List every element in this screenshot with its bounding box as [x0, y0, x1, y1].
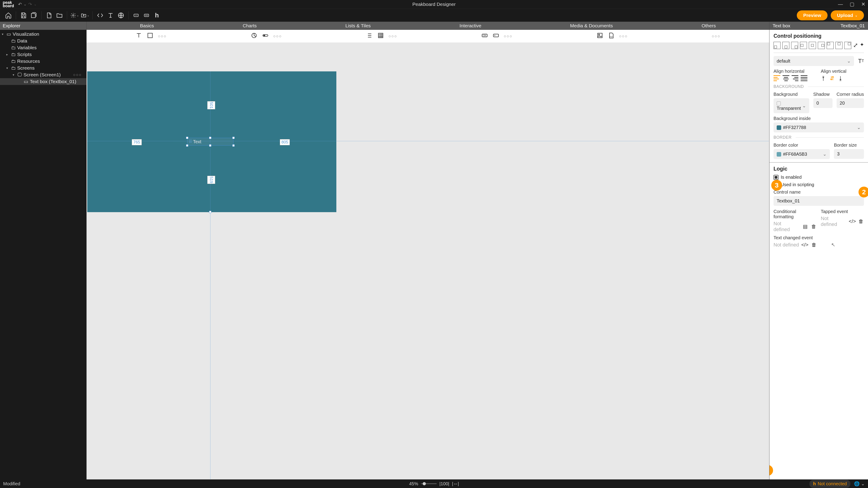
tree-screens[interactable]: ▾🗀Screens	[0, 65, 86, 71]
pos-br[interactable]	[844, 42, 851, 49]
code-icon[interactable]: </>	[802, 242, 808, 248]
app-logo: peakboard	[3, 1, 14, 8]
pos-bl[interactable]	[827, 42, 834, 49]
deploy-icon[interactable]: ⌄	[81, 11, 89, 20]
fit-screen-icon[interactable]: |↔|	[452, 481, 459, 486]
badge1-icon[interactable]	[132, 11, 141, 20]
pos-bc[interactable]	[835, 42, 842, 49]
globe-icon[interactable]	[117, 11, 125, 20]
home-icon[interactable]	[4, 11, 13, 20]
tab-charts[interactable]: Charts	[243, 23, 257, 29]
valign-top[interactable]: ⭱	[821, 75, 826, 82]
background-select[interactable]: Transparent⌄	[774, 98, 809, 113]
grid-icon[interactable]	[377, 32, 384, 40]
open-folder-icon[interactable]	[55, 11, 64, 20]
chevron-down-icon: ⌄	[855, 13, 858, 17]
undo-dropdown-icon[interactable]: ⌄	[24, 2, 26, 6]
trash-icon[interactable]: 🗑	[811, 223, 817, 230]
contract-icon[interactable]: ✦	[860, 42, 864, 49]
tree-textbox[interactable]: ▭Text box (Textbox_01)	[0, 78, 86, 85]
align-justify[interactable]	[801, 75, 807, 81]
pos-mr[interactable]	[818, 42, 825, 49]
minimize-icon[interactable]: —	[838, 1, 843, 7]
pos-ml[interactable]	[800, 42, 807, 49]
text-tool-icon[interactable]	[106, 11, 115, 20]
upload-button[interactable]: Upload ⌄	[831, 10, 864, 20]
trash-icon[interactable]: 🗑	[858, 218, 864, 225]
language-icon[interactable]: 🌐 ⌄	[854, 481, 865, 486]
tree-data[interactable]: 🗀Data	[0, 37, 86, 44]
more-icon[interactable]: ○○○	[712, 34, 721, 39]
connection-status[interactable]: hNot connected	[809, 480, 850, 488]
guide-vertical	[210, 71, 211, 479]
valign-middle[interactable]: ⇵	[830, 75, 834, 82]
corner-input[interactable]: 20	[837, 98, 864, 108]
scripting-checkbox[interactable]: Used in scripting	[774, 182, 864, 187]
zoom-slider[interactable]	[421, 483, 437, 484]
border-size-input[interactable]: 3	[834, 149, 864, 159]
more-icon[interactable]: ○○○	[619, 34, 628, 39]
more-icon[interactable]: ○○○	[504, 34, 513, 39]
rect-icon[interactable]	[147, 32, 153, 40]
enabled-checkbox[interactable]: Is enabled	[774, 175, 864, 180]
cond-edit-icon[interactable]: ▤	[802, 223, 808, 230]
shadow-input[interactable]: 0	[813, 98, 833, 108]
more-icon[interactable]: ○○○	[73, 72, 85, 77]
pos-tl[interactable]	[774, 42, 780, 49]
pie-icon[interactable]	[251, 32, 257, 40]
align-left[interactable]	[774, 75, 780, 81]
gauge-icon[interactable]	[262, 32, 269, 40]
border-color-select[interactable]: #FF68A5B3⌄	[774, 149, 830, 159]
list-icon[interactable]	[366, 32, 373, 40]
bg-inside-select[interactable]: #FF327788⌄	[774, 123, 864, 132]
badge2-icon[interactable]	[142, 11, 151, 20]
valign-bottom[interactable]: ⭳	[838, 75, 843, 82]
pos-tr[interactable]	[791, 42, 798, 49]
maximize-icon[interactable]: ▢	[850, 1, 855, 7]
tab-others[interactable]: Others	[702, 23, 716, 29]
tab-basics[interactable]: Basics	[140, 23, 154, 29]
align-center[interactable]	[782, 75, 789, 81]
code-icon[interactable]: </>	[849, 218, 856, 225]
dim-left: 765	[132, 139, 142, 145]
save-icon[interactable]	[19, 11, 28, 20]
more-icon[interactable]: ○○○	[273, 34, 282, 39]
image-icon[interactable]	[596, 32, 603, 40]
style-select[interactable]: default⌄	[774, 56, 854, 66]
tab-media[interactable]: Media & Documents	[570, 23, 613, 29]
status-modified: Modified	[3, 481, 20, 486]
undo-icon[interactable]: ↶	[18, 2, 22, 7]
help-icon[interactable]: h	[153, 11, 161, 20]
fit-width-icon[interactable]: |100|	[439, 481, 450, 486]
close-icon[interactable]: ✕	[861, 1, 865, 7]
control-name-input[interactable]: Textbox_01	[774, 196, 864, 206]
more-icon[interactable]: ○○○	[158, 34, 167, 39]
pos-mc[interactable]	[809, 42, 816, 49]
expand-icon[interactable]: ⤢	[853, 42, 858, 49]
save-all-icon[interactable]	[30, 11, 38, 20]
tree-scripts[interactable]: ▸🗀Scripts	[0, 51, 86, 58]
tree-screen1[interactable]: ▾🖵Screen (Screen1)○○○	[0, 71, 86, 78]
workspace[interactable]: ⠿Text 501 519 765 805	[87, 42, 769, 480]
tree-visualization[interactable]: ▾▭Visualization	[0, 31, 86, 37]
tab-interactive[interactable]: Interactive	[460, 23, 482, 29]
input-icon[interactable]	[493, 32, 499, 40]
ok-button-icon[interactable]: OK	[481, 32, 488, 40]
settings-icon[interactable]: ⌄	[70, 11, 79, 20]
code-icon[interactable]	[96, 11, 104, 20]
text-style-icon[interactable]: TT	[858, 56, 864, 66]
more-icon[interactable]: ○○○	[389, 34, 397, 39]
folder-icon: 🗀	[11, 45, 16, 50]
pos-tc[interactable]	[782, 42, 789, 49]
pdf-icon[interactable]: PDF	[608, 32, 615, 40]
tree-resources[interactable]: 🗀Resources	[0, 58, 86, 65]
preview-button[interactable]: Preview	[797, 10, 827, 20]
new-file-icon[interactable]	[45, 11, 53, 20]
tree-variables[interactable]: 🗀Variables	[0, 44, 86, 51]
align-right[interactable]	[792, 75, 798, 81]
tab-lists[interactable]: Lists & Tiles	[345, 23, 371, 29]
redo-icon[interactable]: ↷	[28, 2, 32, 7]
redo-dropdown-icon[interactable]: ⌄	[34, 2, 37, 6]
trash-icon[interactable]: 🗑	[811, 242, 817, 248]
text-icon[interactable]	[135, 32, 142, 40]
